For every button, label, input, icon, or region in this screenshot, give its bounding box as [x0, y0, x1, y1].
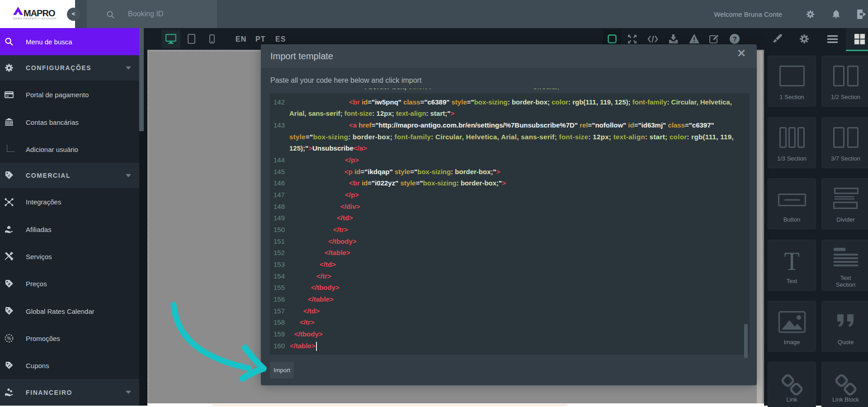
svg-text:DEMO PROPERTY MANAGER: DEMO PROPERTY MANAGER: [13, 17, 57, 20]
svg-text:MAPRO: MAPRO: [24, 8, 55, 18]
svg-text:%: %: [7, 336, 11, 341]
svg-text:?: ?: [733, 35, 737, 43]
